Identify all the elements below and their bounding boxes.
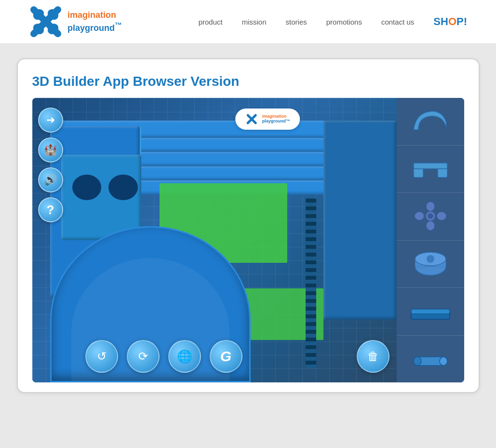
piece-thumb-2[interactable] bbox=[397, 146, 464, 193]
piece-svg-2 bbox=[409, 153, 452, 185]
page-title: 3D Builder App Browser Version bbox=[32, 74, 464, 89]
logo-playground: playground™ bbox=[67, 21, 122, 34]
svg-point-24 bbox=[414, 357, 421, 366]
piece-thumb-1[interactable] bbox=[397, 98, 464, 146]
nav-mission[interactable]: mission bbox=[242, 18, 267, 26]
badge-playground: playground™ bbox=[262, 119, 290, 124]
piece-svg-4 bbox=[409, 248, 452, 280]
letter-g-button[interactable]: G bbox=[210, 340, 242, 373]
piece-svg-6 bbox=[409, 343, 452, 375]
help-button[interactable]: ? bbox=[38, 197, 63, 222]
logo-icon bbox=[29, 5, 63, 39]
piece-svg-3 bbox=[409, 201, 452, 232]
svg-point-13 bbox=[415, 212, 424, 220]
piece-thumb-4[interactable] bbox=[397, 241, 464, 288]
app-logo-badge: imagination playground™ bbox=[235, 109, 300, 130]
bottom-toolbar: ↺ ⟳ 🌐 G bbox=[85, 340, 242, 373]
piece-thumb-6[interactable] bbox=[397, 336, 464, 383]
nav-promotions[interactable]: promotions bbox=[326, 18, 362, 26]
piece-svg-1 bbox=[409, 106, 452, 137]
nav-contact[interactable]: contact us bbox=[381, 18, 414, 26]
svg-point-12 bbox=[426, 221, 435, 231]
shop-button[interactable]: SHOP! bbox=[433, 15, 467, 28]
app-container: imagination playground™ ➜ 🏰 🔊 ? ↺ bbox=[32, 98, 464, 382]
content-card: 3D Builder App Browser Version bbox=[17, 58, 480, 393]
sound-button[interactable]: 🔊 bbox=[38, 167, 63, 192]
svg-point-23 bbox=[440, 357, 447, 366]
badge-logo-text: imagination playground™ bbox=[262, 114, 290, 124]
header: imagination playground™ product mission … bbox=[0, 0, 496, 44]
nav-product[interactable]: product bbox=[199, 18, 223, 26]
badge-logo-icon bbox=[245, 112, 258, 126]
globe-button[interactable]: 🌐 bbox=[168, 340, 201, 373]
logo-area: imagination playground™ bbox=[29, 5, 122, 39]
svg-point-11 bbox=[426, 202, 435, 211]
logo-imagination: imagination bbox=[67, 10, 122, 21]
piece-thumb-5[interactable] bbox=[397, 288, 464, 336]
svg-rect-21 bbox=[411, 309, 450, 314]
rotate-3d-button[interactable]: ⟳ bbox=[127, 340, 160, 373]
svg-rect-9 bbox=[414, 163, 447, 169]
piece-svg-5 bbox=[409, 296, 452, 327]
piece-thumb-3[interactable] bbox=[397, 193, 464, 241]
rotate-left-button[interactable]: ↺ bbox=[85, 340, 118, 373]
arrow-button[interactable]: ➜ bbox=[38, 108, 63, 133]
svg-point-14 bbox=[437, 212, 446, 220]
right-panel bbox=[397, 98, 464, 382]
main-nav: product mission stories promotions conta… bbox=[199, 15, 467, 28]
nav-stories[interactable]: stories bbox=[286, 18, 307, 26]
trash-button[interactable]: 🗑 bbox=[357, 340, 389, 373]
home-button[interactable]: 🏰 bbox=[38, 137, 63, 163]
left-sidebar: ➜ 🏰 🔊 ? bbox=[38, 108, 63, 222]
logo-text: imagination playground™ bbox=[67, 10, 122, 33]
svg-point-15 bbox=[428, 213, 433, 219]
svg-point-19 bbox=[427, 255, 434, 263]
